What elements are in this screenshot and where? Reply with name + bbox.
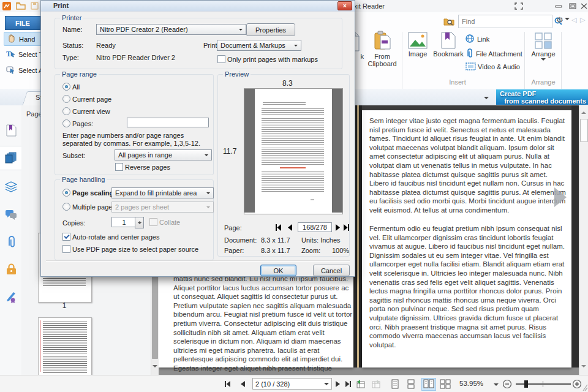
copies-spinner[interactable] [135,217,144,228]
zoom-out-button[interactable] [502,379,512,390]
print-dialog-titlebar[interactable]: Print × [41,1,355,12]
range-all-radio[interactable] [62,83,70,91]
continuous-view-button[interactable] [407,379,415,390]
zoom-in-button[interactable] [572,379,582,390]
next-page-arrow[interactable] [554,187,567,207]
app-logo-icon[interactable] [2,2,11,12]
ribbon-item-video-audio[interactable]: Video & Audio [466,62,520,70]
copies-input[interactable] [111,217,137,227]
only-markups-checkbox[interactable] [217,55,225,63]
preview-previous-page-button[interactable] [287,224,293,233]
collate-checkbox [149,218,157,226]
link-label: Link [477,36,489,43]
pdf-page-size-checkbox[interactable] [62,245,70,253]
ribbon-item-link[interactable]: Link [466,34,489,43]
close-window-button[interactable] [580,2,588,11]
arrange-group-label: Arrange [527,78,560,86]
page-number-combobox[interactable]: 2 (10 / 328) [252,378,332,390]
scroll-down-icon[interactable] [581,365,586,370]
previous-page-button[interactable] [239,380,246,390]
page-thumbnail-2[interactable] [38,317,92,376]
print-what-combobox[interactable]: Document & Markups [217,40,301,51]
create-pdf-banner[interactable]: Create PDF from scanned documents [496,89,588,105]
minimize-button[interactable] [554,2,563,11]
file-tab[interactable]: FILE [5,16,40,30]
open-file-icon[interactable] [16,2,26,11]
print-what-value: Document & Markups [221,42,285,49]
zoom-slider-thumb[interactable] [524,380,528,388]
scroll-up-icon[interactable] [581,109,586,114]
comments-panel-icon[interactable] [4,208,18,222]
preview-page-input[interactable] [298,222,332,232]
printer-name-combobox[interactable]: Nitro PDF Creator 2 (Reader) [96,24,246,35]
file-attachment-label: File Attachment [476,50,522,58]
foxit-reader-window: Foxit Reader FILE ⚙ ◁ ▷ [0,0,588,392]
find-input[interactable] [459,18,552,25]
single-page-view-button[interactable] [391,379,399,390]
resize-grip[interactable] [582,384,588,392]
preview-page [244,88,343,214]
preview-units: Units: Inches [301,236,341,244]
subset-value: All pages in range [118,151,172,159]
page-thumbnail-1-label: 1 [38,301,91,310]
cancel-button[interactable]: Cancel [313,265,350,276]
document-scrollbar[interactable] [579,105,588,375]
page-scaling-combobox[interactable]: Expand to fill printable area [111,187,214,198]
thumb2-text-block1 [43,322,87,353]
next-view-button[interactable] [371,379,382,390]
ribbon-item-bookmark[interactable]: Bookmark [432,32,464,58]
bookmarks-panel-icon[interactable] [4,124,18,137]
preview-red-heading [280,167,306,168]
subset-combobox[interactable]: All pages in range [115,149,212,160]
attachments-panel-icon[interactable] [4,235,18,249]
preview-paper-size: 8.3 x 11.7 [261,247,290,254]
forward-chevron-icon[interactable]: ▷ [580,16,585,24]
find-box[interactable] [458,15,552,28]
preview-first-page-button[interactable] [274,224,282,233]
print-dialog-close-button[interactable]: × [337,1,352,10]
security-panel-icon[interactable] [4,262,18,276]
back-chevron-icon[interactable]: ◁ [571,16,576,24]
thumb2-red-edge [40,320,41,372]
scroll-down-icon[interactable] [153,365,157,370]
signature-panel-icon[interactable] [4,290,18,304]
ribbon-item-file-attachment[interactable]: File Attachment [466,48,522,58]
ribbon-item-arrange[interactable]: Arrange [529,32,557,63]
ribbon-item-image[interactable]: Image [405,32,430,58]
continuous-facing-view-button[interactable] [440,379,451,390]
layers-panel-icon[interactable] [4,180,18,194]
range-pages-radio[interactable] [62,119,70,127]
group-divider [524,32,525,93]
document-scrollbar-thumb[interactable] [580,119,588,142]
next-page-button[interactable] [334,380,342,390]
ribbon-item-from-clipboard[interactable]: From Clipboard [365,31,399,67]
zoom-percentage[interactable]: 53.95% [459,380,483,387]
preview-next-page-button[interactable] [334,224,341,233]
pages-range-input[interactable] [127,118,209,127]
search-folder-icon[interactable] [443,16,454,27]
zoom-slider-tick [543,381,543,387]
tab-list-dropdown[interactable] [484,97,489,102]
autorotate-checkbox[interactable] [62,233,70,241]
first-page-button[interactable] [223,380,232,390]
previous-view-button[interactable] [355,379,366,390]
right-page[interactable]: Sem integer vitae justo eget magna ferme… [362,110,571,368]
last-page-button[interactable] [344,380,353,390]
ok-button[interactable]: OK [260,265,296,276]
banner-line2: from scanned documents [496,97,588,105]
range-all-label: All [72,83,80,91]
facing-view-button[interactable] [421,378,436,391]
layout-corners-icon[interactable] [514,2,523,11]
save-icon[interactable] [31,2,39,11]
pages-panel-icon[interactable] [4,151,18,164]
restore-button[interactable] [568,2,577,11]
page-scaling-radio[interactable] [62,189,70,197]
zoom-dropdown-caret[interactable] [494,383,499,388]
gear-icon[interactable]: ⚙ [556,15,570,24]
properties-button[interactable]: Properties [246,23,295,36]
range-current-page-radio[interactable] [62,95,70,103]
preview-last-page-button[interactable] [342,224,350,233]
reverse-pages-checkbox[interactable] [115,163,123,171]
multiple-pages-radio[interactable] [62,203,70,211]
range-current-view-radio[interactable] [62,107,70,115]
